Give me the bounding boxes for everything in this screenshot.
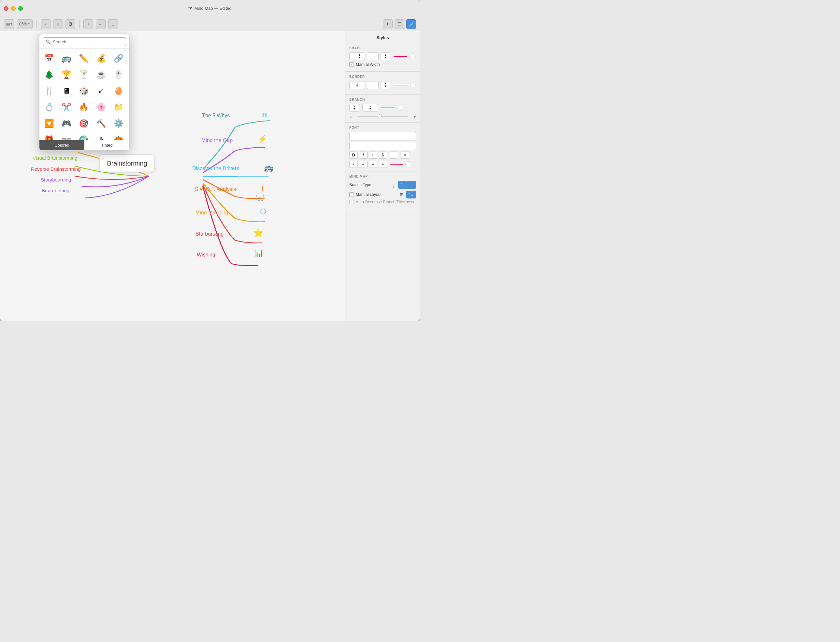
branch-reverse-brainstorming[interactable]: Reverse Brainstorming (31, 166, 81, 172)
toolbar: ▤ ▾ 85% ⌃ ✓ ⊕ 🖼 + ··· ⊡ ⬆ (0, 17, 420, 31)
branch-storyboarding[interactable]: Storyboarding (41, 177, 71, 183)
branch-stepper-2[interactable]: ▲ ▼ (363, 104, 378, 112)
close-button[interactable] (4, 6, 8, 11)
icon-cell[interactable]: 🎯 (76, 116, 92, 131)
icon-cell[interactable]: 🕯 (94, 132, 109, 140)
sidebar-toggle-button[interactable]: ▤ ▾ (4, 19, 15, 29)
icon-cell[interactable]: ↙ (94, 83, 109, 99)
icon-cell[interactable]: ☕ (94, 67, 109, 83)
underline-button[interactable]: U (369, 152, 377, 159)
icon-cell[interactable]: 🔽 (41, 116, 57, 131)
icon-cell[interactable]: 🍴 (41, 83, 57, 99)
auto-decrease-checkbox[interactable] (349, 200, 354, 204)
border-title: BORDER (349, 75, 416, 79)
icon-cell[interactable]: 💍 (41, 99, 57, 115)
font-size-stepper[interactable]: ▲ ▼ (400, 152, 410, 159)
check-button[interactable]: ✓ (41, 19, 50, 29)
tab-colored[interactable]: Colored (39, 140, 84, 150)
icon-cell[interactable]: 🥚 (111, 83, 126, 99)
branch-starbursting[interactable]: Starbursting (196, 231, 223, 237)
strikethrough-button[interactable]: S (379, 152, 387, 159)
icon-cell[interactable]: 📁 (111, 99, 126, 115)
icon-cell[interactable]: 🌍 (76, 132, 92, 140)
icon-cell[interactable]: 💰 (94, 50, 109, 66)
minimize-button[interactable] (11, 6, 16, 11)
branch-discover-drivers[interactable]: Discover the Drivers (192, 165, 239, 172)
toolbar-right: ⬆ ☰ 🖊 (383, 19, 416, 29)
manual-width-label: Manual Width (356, 62, 380, 67)
tab-tinted[interactable]: Tinted (84, 140, 129, 150)
icon-cell[interactable]: 🎲 (76, 83, 92, 99)
add-button[interactable]: + (83, 19, 93, 29)
shape-stepper[interactable]: — ▲ ▼ (349, 52, 365, 60)
manual-layout-checkbox[interactable] (349, 192, 354, 197)
icon-cell[interactable]: ⚙️ (111, 116, 126, 131)
branch-5-whys[interactable]: The 5 Whys (202, 113, 230, 118)
icon-cell[interactable]: 🍸 (76, 67, 92, 83)
icon-cell[interactable]: 🖥 (59, 83, 74, 99)
border-color-swatch[interactable] (367, 81, 379, 89)
align-justify-button[interactable]: ≡ (379, 160, 387, 168)
search-input[interactable] (53, 39, 123, 44)
branch-stepper-1[interactable]: ▲ ▼ (349, 104, 359, 112)
icon-cell[interactable]: 🔨 (94, 116, 109, 131)
italic-button[interactable]: I (359, 152, 367, 159)
zoom-button[interactable] (18, 6, 23, 11)
align-left-button[interactable]: ≡ (349, 160, 358, 168)
outline-button[interactable]: ☰ (395, 19, 405, 29)
manual-layout-select[interactable]: ⌃⌄ (406, 191, 416, 198)
icon-picker-search: 🔍 (39, 34, 129, 49)
shape-stepper-2[interactable]: ▲ ▼ (380, 52, 390, 60)
add-icon-btn[interactable]: + (256, 194, 264, 201)
shape-color-swatch[interactable] (367, 52, 379, 60)
align-right-button[interactable]: ≡ (369, 160, 377, 168)
icon-cell[interactable]: 🎃 (111, 132, 126, 140)
icon-cell[interactable]: 🌲 (41, 67, 57, 83)
icon-cell[interactable]: 🚌 (59, 50, 74, 66)
shape-circle-btn[interactable] (410, 54, 416, 59)
app-window: 🗺 Mind Map — Edited ▤ ▾ 85% ⌃ ✓ ⊕ 🖼 + ··… (0, 0, 420, 321)
branch-circle-btn[interactable] (398, 105, 403, 111)
branch-slider[interactable] (358, 116, 407, 117)
image-button[interactable]: 🖼 (65, 19, 75, 29)
manual-width-checkbox[interactable]: ✓ (349, 62, 354, 67)
align-center-button[interactable]: ≡ (359, 160, 367, 168)
canvas[interactable]: 🔍 📅 🚌 ✏️ 💰 🔗 🌲 🏆 🍸 ☕ 🖱️ (0, 31, 345, 321)
icon-cell[interactable]: 📅 (41, 50, 57, 66)
center-node[interactable]: Brainstorming (99, 154, 155, 172)
branch-mind-gap[interactable]: Mind the Gap (201, 138, 233, 143)
icon-cell[interactable]: ✏️ (76, 50, 92, 66)
icon-cell[interactable]: 🏆 (59, 67, 74, 83)
icon-cell[interactable]: ✂️ (59, 99, 74, 115)
share-button[interactable]: ⬆ (383, 19, 393, 29)
icon-cell[interactable]: 🔗 (111, 50, 126, 66)
border-circle-btn[interactable] (410, 82, 416, 88)
icon-mind-gap: ⚡ (258, 135, 267, 143)
bold-button[interactable]: B (349, 152, 358, 159)
font-circle-btn[interactable] (405, 161, 411, 167)
border-stepper[interactable]: ▲ ▼ (349, 81, 365, 89)
border-stepper-2[interactable]: ▲ ▼ (380, 81, 390, 89)
branch-brain-netting[interactable]: Brain-netting (42, 188, 70, 193)
expand-button[interactable]: ⊡ (108, 19, 118, 29)
zoom-control[interactable]: 85% ⌃ (17, 19, 32, 29)
branch-mind-mapping[interactable]: Mind Mapping (196, 210, 228, 216)
icon-cell[interactable]: 👓 (59, 132, 74, 140)
icon-cell[interactable]: 🌸 (94, 99, 109, 115)
search-input-wrap[interactable]: 🔍 (43, 37, 126, 46)
titlebar: 🗺 Mind Map — Edited (0, 0, 420, 17)
font-color-swatch[interactable] (389, 152, 398, 159)
branch-type-select[interactable]: ⌃⌄ (398, 181, 416, 189)
font-size-input[interactable] (349, 142, 416, 150)
insert-button[interactable]: ⊕ (53, 19, 63, 29)
styles-button[interactable]: 🖊 (406, 19, 416, 29)
icon-cell[interactable]: 🖱️ (111, 67, 126, 83)
branch-wishing[interactable]: Wishing (197, 252, 215, 258)
icon-cell[interactable]: 🎁 (41, 132, 57, 140)
icon-cell[interactable]: 🎮 (59, 116, 74, 131)
more-button[interactable]: ··· (96, 19, 105, 29)
font-family-input[interactable] (349, 132, 416, 141)
icon-cell[interactable]: 🔥 (76, 99, 92, 115)
branch-visual-brainstorming[interactable]: Visual Brainstorming (32, 155, 77, 160)
branch-swot[interactable]: S.W.O.T. Analysis (195, 186, 236, 192)
